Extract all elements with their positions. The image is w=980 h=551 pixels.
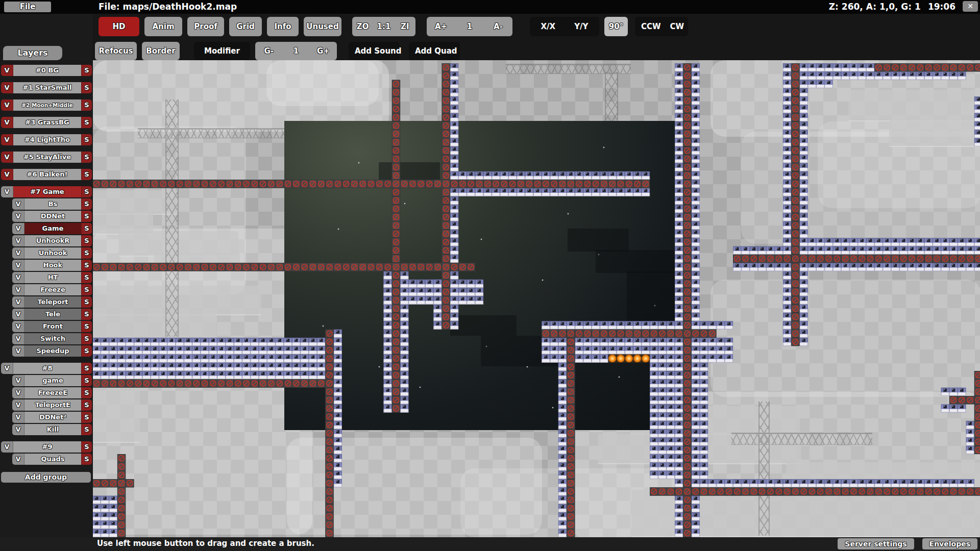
add-sound-button[interactable]: Add Sound xyxy=(349,42,400,60)
layer-name[interactable]: Teleport xyxy=(24,296,81,308)
layer-name[interactable]: HT xyxy=(24,272,81,283)
layer-name[interactable]: #5 StayAlive xyxy=(13,152,81,163)
visibility-toggle[interactable]: V xyxy=(12,198,24,210)
group-row-9[interactable]: V#9S xyxy=(1,441,92,453)
layer-settings-button[interactable]: S xyxy=(81,169,92,180)
layer-name[interactable]: FreezeE xyxy=(24,387,81,398)
layer-name[interactable]: #9 xyxy=(13,441,81,453)
layer-row-kill[interactable]: VKillS xyxy=(1,424,92,435)
layer-name[interactable]: #8 xyxy=(13,363,81,374)
layer-settings-button[interactable]: S xyxy=(81,454,92,465)
animation-speed-group-a-[interactable]: A- xyxy=(484,22,512,31)
modifier-button[interactable]: Modifier xyxy=(194,42,250,60)
visibility-toggle[interactable]: V xyxy=(12,412,24,423)
modifier-button-modifier[interactable]: Modifier xyxy=(204,46,240,56)
grid-size-group[interactable]: G-1G+ xyxy=(255,42,337,60)
layer-row-quads[interactable]: VQuadsS xyxy=(1,454,92,465)
flip-group[interactable]: X/XY/Y xyxy=(530,17,599,36)
visibility-toggle[interactable]: V xyxy=(12,223,24,234)
layer-row-unhookr[interactable]: VUnhookRS xyxy=(1,235,92,246)
visibility-toggle[interactable]: V xyxy=(1,441,13,453)
visibility-toggle[interactable]: V xyxy=(12,321,24,332)
add-sound-button-addsound[interactable]: Add Sound xyxy=(355,46,402,56)
visibility-toggle[interactable]: V xyxy=(12,345,24,357)
layer-name[interactable]: Switch xyxy=(24,333,81,344)
layer-name[interactable]: Tele xyxy=(24,309,81,320)
visibility-toggle[interactable]: V xyxy=(12,424,24,435)
layer-name[interactable]: #1 StarSmall xyxy=(13,82,81,93)
visibility-toggle[interactable]: V xyxy=(1,169,13,180)
file-menu-button[interactable]: File xyxy=(4,2,51,12)
flip-group-xx[interactable]: X/X xyxy=(541,22,556,31)
layer-row-front[interactable]: VFrontS xyxy=(1,321,92,332)
layer-row-ht[interactable]: VHTS xyxy=(1,272,92,283)
layer-settings-button[interactable]: S xyxy=(81,284,92,295)
layer-name[interactable]: TeleportE xyxy=(24,399,81,411)
visibility-toggle[interactable]: V xyxy=(12,296,24,308)
map-canvas-area[interactable] xyxy=(93,60,980,537)
layer-name[interactable]: Speedup xyxy=(24,345,81,357)
layer-row-teleporte[interactable]: VTeleportES xyxy=(1,399,92,411)
visibility-toggle[interactable]: V xyxy=(1,117,13,128)
rotate-group-ccw[interactable]: CCW xyxy=(641,22,661,31)
layer-row-tele[interactable]: VTeleS xyxy=(1,309,92,320)
layer-settings-button[interactable]: S xyxy=(81,399,92,411)
visibility-toggle[interactable]: V xyxy=(12,260,24,271)
flip-group-yy[interactable]: Y/Y xyxy=(574,22,588,31)
grid-toggle[interactable]: Grid xyxy=(229,17,262,36)
group-row-8[interactable]: V#8S xyxy=(1,363,92,374)
visibility-toggle[interactable]: V xyxy=(12,399,24,411)
layer-name[interactable]: Front xyxy=(24,321,81,332)
layer-settings-button[interactable]: S xyxy=(81,117,92,128)
layer-settings-button[interactable]: S xyxy=(81,424,92,435)
layer-settings-button[interactable]: S xyxy=(81,441,92,453)
visibility-toggle[interactable]: V xyxy=(12,387,24,398)
visibility-toggle[interactable]: V xyxy=(12,272,24,283)
layer-settings-button[interactable]: S xyxy=(81,198,92,210)
close-icon[interactable]: ✕ xyxy=(963,1,978,12)
layer-settings-button[interactable]: S xyxy=(81,296,92,308)
visibility-toggle[interactable]: V xyxy=(1,363,13,374)
layer-name[interactable]: Freeze xyxy=(24,284,81,295)
layer-settings-button[interactable]: S xyxy=(81,211,92,222)
layer-row-ddnet[interactable]: VDDNetS xyxy=(1,211,92,222)
layer-name[interactable]: Game xyxy=(24,223,81,234)
visibility-toggle[interactable]: V xyxy=(1,152,13,163)
layer-name[interactable]: Hook xyxy=(24,260,81,271)
layer-settings-button[interactable]: S xyxy=(81,65,92,76)
group-row-7game[interactable]: V#7 GameS xyxy=(1,186,92,197)
layer-row-switch[interactable]: VSwitchS xyxy=(1,333,92,344)
rotate-group-cw[interactable]: CW xyxy=(670,22,684,31)
layer-row-unhook[interactable]: VUnhookS xyxy=(1,247,92,259)
visibility-toggle[interactable]: V xyxy=(12,235,24,246)
grid-size-group-1[interactable]: 1 xyxy=(282,46,309,56)
border-button[interactable]: Border xyxy=(142,42,180,60)
unused-toggle[interactable]: Unused xyxy=(304,17,341,36)
layer-row-ddnet[interactable]: VDDNet²S xyxy=(1,412,92,423)
info-toggle[interactable]: Info xyxy=(267,17,299,36)
layer-name[interactable]: Kill xyxy=(24,424,81,435)
layer-row-game[interactable]: VGameS xyxy=(1,223,92,234)
visibility-toggle[interactable]: V xyxy=(12,309,24,320)
grid-size-group-g-[interactable]: G- xyxy=(255,46,282,56)
layer-settings-button[interactable]: S xyxy=(81,247,92,259)
layer-row-teleport[interactable]: VTeleportS xyxy=(1,296,92,308)
zoom-group-zi[interactable]: ZI xyxy=(395,22,415,31)
animation-speed-group[interactable]: A+1A- xyxy=(427,17,512,36)
visibility-toggle[interactable]: V xyxy=(1,82,13,93)
visibility-toggle[interactable]: V xyxy=(12,247,24,259)
layer-settings-button[interactable]: S xyxy=(81,345,92,357)
animation-speed-group-1[interactable]: 1 xyxy=(455,22,484,31)
add-quad-button[interactable]: Add Quad xyxy=(409,42,460,60)
layer-settings-button[interactable]: S xyxy=(81,152,92,163)
layer-settings-button[interactable]: S xyxy=(81,186,92,197)
layer-name[interactable]: Bs xyxy=(24,198,81,210)
layer-settings-button[interactable]: S xyxy=(81,134,92,145)
rotate-group[interactable]: CCWCW xyxy=(635,17,688,36)
group-row-2moonmiddle[interactable]: V#2 Moon+MiddleS xyxy=(1,99,92,111)
layer-settings-button[interactable]: S xyxy=(81,309,92,320)
layer-row-hook[interactable]: VHookS xyxy=(1,260,92,271)
layer-name[interactable]: DDNet xyxy=(24,211,81,222)
visibility-toggle[interactable]: V xyxy=(12,454,24,465)
add-group-button[interactable]: Add group xyxy=(1,472,91,483)
